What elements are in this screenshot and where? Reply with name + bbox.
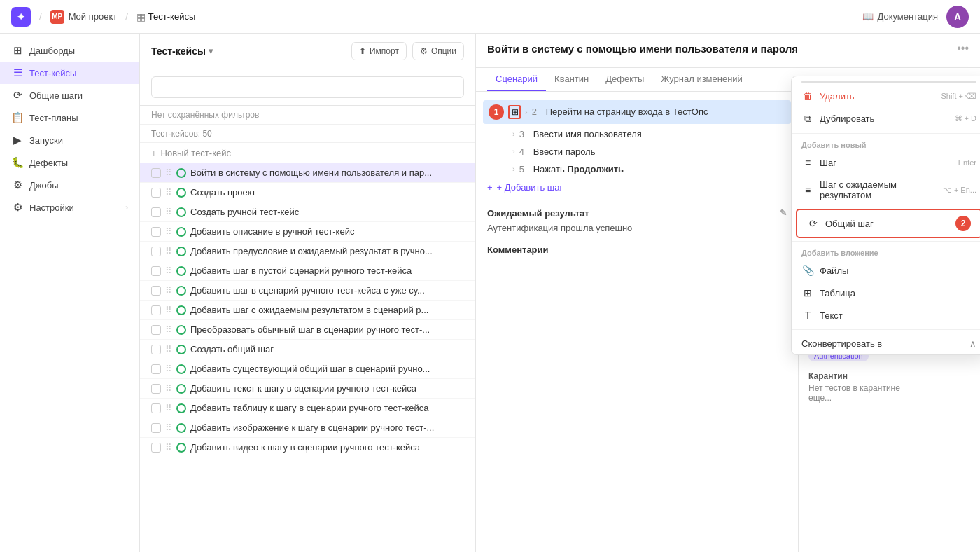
topnav-right: 📖 Документация А	[862, 6, 969, 28]
table-row[interactable]: ⠿ Добавить описание в ручной тест-кейс	[140, 222, 475, 242]
sidebar-item-settings[interactable]: ⚙ Настройки ›	[0, 196, 139, 219]
sidebar-item-test-plans[interactable]: 📋 Тест-планы	[0, 106, 139, 129]
table-row[interactable]: ⠿ Добавить изображение к шагу в сценарии…	[140, 418, 475, 438]
test-case-name: Добавить текст к шагу в сценарии ручного…	[190, 383, 464, 394]
drag-handle-icon: ⠿	[165, 344, 172, 354]
test-case-name: Добавить описание в ручной тест-кейс	[190, 226, 464, 237]
add-shared-step-menu-item[interactable]: ⟳ Общий шаг 2	[797, 210, 980, 237]
sidebar-item-defects[interactable]: 🐛 Дефекты	[0, 151, 139, 174]
user-avatar[interactable]: А	[946, 6, 969, 28]
expand-icon[interactable]: ›	[512, 165, 515, 173]
delete-shortcut: Shift + ⌫	[941, 92, 976, 101]
table-row[interactable]: ⠿ Добавить существующий общий шаг в сцен…	[140, 359, 475, 379]
row-checkbox[interactable]	[151, 227, 161, 237]
table-row[interactable]: ⠿ Добавить текст к шагу в сценарии ручно…	[140, 379, 475, 399]
search-input[interactable]	[151, 76, 464, 98]
status-dot	[176, 188, 186, 198]
tab-scenario[interactable]: Сценарий	[487, 68, 546, 91]
status-dot	[176, 168, 186, 178]
steps-section: 1 ⊞ › 2 Перейти на страницу входа в Тест…	[487, 100, 787, 197]
delete-menu-item[interactable]: 🗑 Удалить Shift + ⌫	[792, 85, 980, 107]
table-row[interactable]: ⠿ Создать ручной тест-кейс	[140, 202, 475, 222]
test-case-name: Добавить видео к шагу в сценарии ручного…	[190, 442, 464, 453]
row-checkbox[interactable]	[151, 364, 161, 374]
table-row[interactable]: ⠿ Преобразовать обычный шаг в сценарии р…	[140, 320, 475, 340]
row-checkbox[interactable]	[151, 384, 161, 394]
options-button[interactable]: ⚙ Опции	[412, 42, 464, 60]
sidebar-item-shared-steps[interactable]: ⟳ Общие шаги	[0, 84, 139, 106]
docs-label: Документация	[878, 11, 939, 22]
table-row[interactable]: ⠿ Добавить шаг с ожидаемым результатом в…	[140, 301, 475, 320]
tab-defects[interactable]: Дефекты	[597, 68, 652, 91]
add-new-label: Добавить новый	[792, 137, 980, 151]
expand-icon[interactable]: ›	[512, 147, 515, 156]
shared-step-icon: ⟳	[807, 218, 820, 229]
row-checkbox[interactable]	[151, 247, 161, 256]
sidebar-item-dashboards[interactable]: ⊞ Дашборды	[0, 39, 139, 62]
sidebar-item-runs[interactable]: ▶ Запуски	[0, 129, 139, 151]
duplicate-menu-item[interactable]: ⧉ Дублировать ⌘ + D	[792, 107, 980, 130]
import-button[interactable]: ⬆ Импорт	[351, 42, 407, 60]
status-dot	[176, 325, 186, 335]
row-checkbox[interactable]	[151, 345, 161, 354]
expand-icon[interactable]: ›	[525, 108, 528, 116]
table-row[interactable]: ⠿ Добавить шаг в сценарий ручного тест-к…	[140, 281, 475, 301]
row-checkbox[interactable]	[151, 443, 161, 453]
row-checkbox[interactable]	[151, 188, 161, 198]
step-result-icon: ≡	[802, 184, 814, 195]
table-row[interactable]: ⠿ Добавить видео к шагу в сценарии ручно…	[140, 438, 475, 457]
status-dot	[176, 207, 186, 217]
table-row[interactable]: ⠿ Добавить таблицу к шагу в сценарии руч…	[140, 399, 475, 418]
row-checkbox[interactable]	[151, 423, 161, 433]
add-step-menu-item[interactable]: ≡ Шаг Enter	[792, 151, 980, 174]
row-checkbox[interactable]	[151, 286, 161, 296]
test-case-name: Создать ручной тест-кейс	[190, 207, 464, 217]
row-checkbox[interactable]	[151, 325, 161, 335]
tab-changelog[interactable]: Журнал изменений	[652, 68, 751, 91]
sidebar-item-label: Тест-кейсы	[29, 68, 76, 78]
drag-handle-icon: ⠿	[165, 207, 172, 217]
project-breadcrumb[interactable]: МР Мой проект	[50, 10, 118, 24]
page-breadcrumb[interactable]: ▦ Тест-кейсы	[136, 11, 195, 22]
table-row[interactable]: ⠿ Создать общий шаг	[140, 340, 475, 359]
topnav: ✦ / МР Мой проект / ▦ Тест-кейсы 📖 Докум…	[0, 0, 980, 34]
chevron-down-icon[interactable]: ▾	[209, 46, 213, 56]
duplicate-label: Дублировать	[820, 113, 874, 124]
add-step-button[interactable]: + + Добавить шаг	[487, 178, 787, 197]
drag-handle-icon: ⠿	[165, 226, 172, 237]
table-menu-item[interactable]: ⊞ Таблица	[792, 282, 980, 304]
text-menu-item[interactable]: T Текст	[792, 304, 980, 326]
docs-button[interactable]: 📖 Документация	[862, 11, 939, 22]
table-row[interactable]: ⠿ Добавить шаг в пустой сценарий ручного…	[140, 261, 475, 281]
panel-header-actions: ⬆ Импорт ⚙ Опции	[351, 42, 464, 60]
add-step-with-result-menu-item[interactable]: ≡ Шаг с ожидаемымрезультатом ⌥ + En...	[792, 174, 980, 206]
count-text: Тест-кейсов: 50	[151, 129, 212, 139]
expand-icon[interactable]: ›	[512, 130, 515, 138]
files-menu-item[interactable]: 📎 Файлы	[792, 259, 980, 282]
row-checkbox[interactable]	[151, 403, 161, 413]
shared-step-left: ⟳ Общий шаг	[807, 218, 874, 229]
row-checkbox[interactable]	[151, 207, 161, 217]
row-checkbox[interactable]	[151, 305, 161, 315]
new-testcase-row[interactable]: + Новый тест-кейс	[140, 143, 475, 163]
table-label: Таблица	[820, 288, 855, 298]
table-row[interactable]: ⠿ Добавить предусловие и ожидаемый резул…	[140, 242, 475, 261]
comments-section: Комментарии	[487, 244, 787, 255]
jobs-icon: ⚙	[11, 179, 24, 191]
defects-icon: 🐛	[11, 156, 24, 169]
step-with-result-left: ≡ Шаг с ожидаемымрезультатом	[802, 179, 897, 200]
files-label: Файлы	[820, 265, 848, 276]
table-row[interactable]: ⠿ Создать проект	[140, 183, 475, 202]
tab-quantin[interactable]: Квантин	[546, 68, 597, 91]
sidebar-item-jobs[interactable]: ⚙ Джобы	[0, 174, 139, 196]
app-logo[interactable]: ✦	[11, 7, 31, 27]
content-area: Тест-кейсы ▾ ⬆ Импорт ⚙ Опции	[140, 34, 980, 552]
more-options-icon[interactable]: •••	[957, 42, 969, 55]
table-row[interactable]: ⠿ Войти в систему с помощью имени пользо…	[140, 163, 475, 183]
plus-icon: +	[487, 182, 493, 193]
sidebar-item-test-cases[interactable]: ☰ Тест-кейсы	[0, 62, 139, 84]
chevron-right-icon: ›	[125, 203, 128, 212]
row-checkbox[interactable]	[151, 168, 161, 178]
expected-result-edit-icon[interactable]: ✎	[780, 208, 787, 218]
row-checkbox[interactable]	[151, 266, 161, 276]
